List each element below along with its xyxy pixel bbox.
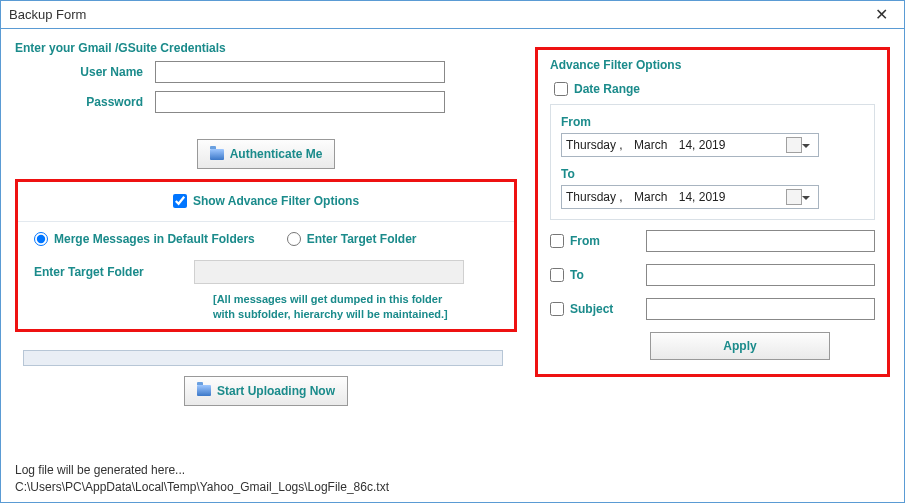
subject-checkbox-input[interactable] (550, 302, 564, 316)
enter-target-radio-input[interactable] (287, 232, 301, 246)
subject-label: Subject (570, 302, 613, 316)
password-label: Password (15, 95, 155, 109)
username-input[interactable] (155, 61, 445, 83)
backup-form-window: Backup Form ✕ Enter your Gmail /GSuite C… (0, 0, 905, 503)
authenticate-button-label: Authenticate Me (230, 147, 323, 161)
show-advance-filter-label: Show Advance Filter Options (193, 194, 359, 208)
apply-button-label: Apply (723, 339, 756, 353)
date-range-checkbox-input[interactable] (554, 82, 568, 96)
folder-icon (210, 149, 224, 160)
date-range-checkbox[interactable]: Date Range (554, 82, 640, 96)
credentials-legend: Enter your Gmail /GSuite Credentials (15, 41, 517, 55)
date-from-picker[interactable]: Thursday , March 14, 2019 (561, 133, 819, 157)
folder-icon (197, 385, 211, 396)
date-to-picker[interactable]: Thursday , March 14, 2019 (561, 185, 819, 209)
addr-to-input[interactable] (646, 264, 875, 286)
addr-to-label: To (570, 268, 584, 282)
merge-default-radio[interactable]: Merge Messages in Default Folders (34, 232, 255, 246)
calendar-icon[interactable] (786, 137, 802, 153)
date-range-label: Date Range (574, 82, 640, 96)
show-advance-filter-checkbox[interactable]: Show Advance Filter Options (173, 194, 359, 208)
addr-to-checkbox-input[interactable] (550, 268, 564, 282)
window-title: Backup Form (9, 7, 866, 22)
log-footer: Log file will be generated here... C:\Us… (15, 462, 389, 496)
subject-input[interactable] (646, 298, 875, 320)
authenticate-button[interactable]: Authenticate Me (197, 139, 336, 169)
username-label: User Name (15, 65, 155, 79)
advance-filter-panel: Advance Filter Options Date Range From T… (535, 47, 890, 377)
target-folder-hint: [All messages will get dumped in this fo… (213, 292, 504, 323)
date-from-label: From (561, 115, 864, 129)
merge-default-label: Merge Messages in Default Folders (54, 232, 255, 246)
target-folder-input (194, 260, 464, 284)
addr-from-checkbox[interactable]: From (550, 234, 636, 248)
addr-from-checkbox-input[interactable] (550, 234, 564, 248)
merge-default-radio-input[interactable] (34, 232, 48, 246)
addr-from-label: From (570, 234, 600, 248)
subject-checkbox[interactable]: Subject (550, 302, 636, 316)
enter-target-radio[interactable]: Enter Target Folder (287, 232, 417, 246)
merge-options-panel: Show Advance Filter Options Merge Messag… (15, 179, 517, 332)
progress-bar (23, 350, 503, 366)
advance-filter-legend: Advance Filter Options (550, 58, 875, 72)
addr-from-input[interactable] (646, 230, 875, 252)
date-range-panel: From Thursday , March 14, 2019 To Thursd… (550, 104, 875, 220)
start-uploading-button[interactable]: Start Uploading Now (184, 376, 348, 406)
addr-to-checkbox[interactable]: To (550, 268, 636, 282)
titlebar: Backup Form ✕ (1, 1, 904, 29)
apply-button[interactable]: Apply (650, 332, 830, 360)
close-icon[interactable]: ✕ (866, 5, 896, 24)
password-input[interactable] (155, 91, 445, 113)
date-to-label: To (561, 167, 864, 181)
start-uploading-label: Start Uploading Now (217, 384, 335, 398)
show-advance-filter-checkbox-input[interactable] (173, 194, 187, 208)
enter-target-label: Enter Target Folder (307, 232, 417, 246)
target-folder-field-label: Enter Target Folder (34, 265, 194, 279)
calendar-icon[interactable] (786, 189, 802, 205)
